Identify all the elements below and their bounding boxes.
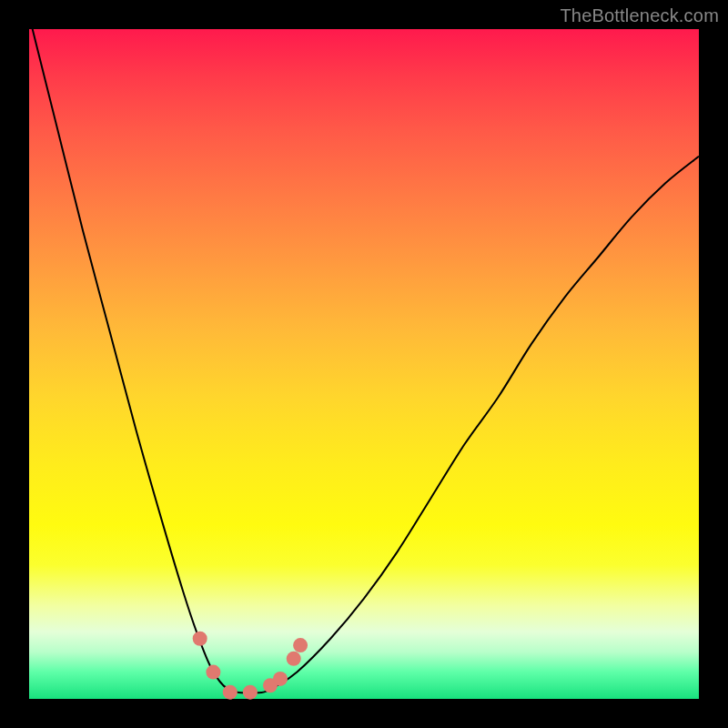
data-marker — [223, 685, 238, 700]
data-marker — [273, 672, 288, 686]
bottleneck-curve — [29, 15, 699, 693]
data-marker — [206, 665, 220, 680]
data-marker — [193, 632, 207, 646]
data-marker — [293, 638, 308, 652]
watermark-text: TheBottleneck.com — [560, 5, 719, 26]
chart-frame: TheBottleneck.com — [0, 0, 728, 728]
curve-svg — [29, 29, 699, 699]
data-marker — [287, 652, 301, 666]
plot-area — [29, 29, 699, 699]
data-marker — [243, 685, 258, 700]
